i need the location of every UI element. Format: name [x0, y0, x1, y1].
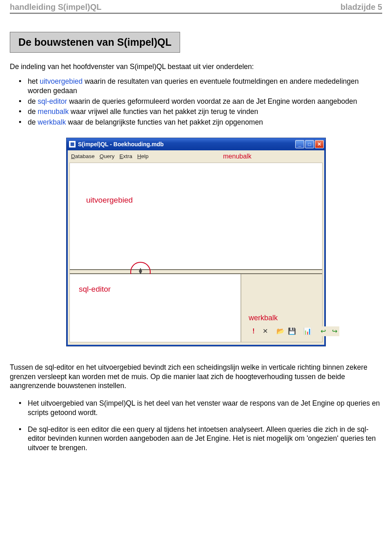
paragraph-splitter: Tussen de sql-editor en het uitvoergebie…	[10, 363, 382, 391]
menu-database[interactable]: Database	[71, 153, 95, 159]
header-rule	[10, 13, 382, 14]
section-title: De bouwstenen van S(impel)QL	[18, 36, 172, 48]
clear-button[interactable]: ✕	[260, 326, 270, 336]
bullet-sql-editor: de sql-editor waarin de queries geformul…	[28, 97, 382, 106]
app-icon: ▦	[69, 141, 76, 147]
menu-help[interactable]: Help	[137, 153, 149, 159]
intro-paragraph: De indeling van het hoofdvenster van S(i…	[10, 63, 382, 71]
bullet-menubalk: de menubalk waar vrijwel alle functies v…	[28, 107, 382, 116]
top-bullets: het uitvoergebied waarin de resultaten v…	[10, 77, 382, 127]
app-window: ▦ S(impel)QL - Boekhouding.mdb _ □ ✕ Dat…	[66, 138, 326, 346]
bullet-uitvoergebied: het uitvoergebied waarin de resultaten v…	[28, 77, 382, 96]
bottom-bullet-sql-editor: De sql-editor is een editor die een quer…	[28, 425, 382, 453]
output-panel[interactable]: uitvoergebied	[70, 163, 322, 269]
header-left: handleiding S(impel)QL	[10, 2, 101, 12]
maximize-button[interactable]: □	[305, 140, 314, 148]
undo-icon[interactable]: ↩	[318, 326, 328, 336]
titlebar[interactable]: ▦ S(impel)QL - Boekhouding.mdb _ □ ✕	[67, 138, 325, 150]
chart-icon[interactable]: 📊	[303, 326, 312, 336]
run-button[interactable]: !	[249, 326, 258, 336]
header-right: bladzijde 5	[341, 2, 382, 12]
toolbar: ! ✕ 📂 💾 📊 ↩ ↪	[249, 326, 339, 336]
menubar: Database Query Extra Help menubalk	[69, 151, 323, 163]
bottom-bullets: Het uitvoergebied van S(impel)QL is het …	[10, 399, 382, 453]
link-werkbalk[interactable]: werkbalk	[38, 118, 66, 126]
label-menubalk: menubalk	[154, 153, 321, 160]
label-werkbalk: werkbalk	[249, 314, 278, 322]
link-sql-editor[interactable]: sql-editor	[38, 97, 67, 105]
redo-icon[interactable]: ↪	[330, 326, 339, 336]
link-uitvoergebied[interactable]: uitvoergebied	[40, 77, 82, 85]
splitter-grip-icon: ▴▾	[137, 268, 144, 274]
save-icon[interactable]: 💾	[287, 326, 297, 336]
bullet-werkbalk: de werkbalk waar de belangrijkste functi…	[28, 118, 382, 127]
section-title-box: De bouwstenen van S(impel)QL	[10, 32, 180, 53]
sql-editor-panel[interactable]: sql-editor	[70, 274, 241, 342]
window-title: S(impel)QL - Boekhouding.mdb	[78, 141, 164, 147]
menu-query[interactable]: Query	[100, 153, 115, 159]
minimize-button[interactable]: _	[295, 140, 304, 148]
label-sql-editor: sql-editor	[79, 285, 111, 294]
label-uitvoergebied: uitvoergebied	[86, 196, 133, 205]
open-icon[interactable]: 📂	[276, 326, 285, 336]
splitter[interactable]: ▴▾	[70, 269, 322, 274]
link-menubalk[interactable]: menubalk	[38, 107, 69, 116]
menu-extra[interactable]: Extra	[120, 153, 133, 159]
close-button[interactable]: ✕	[315, 140, 324, 148]
bottom-bullet-uitvoergebied: Het uitvoergebied van S(impel)QL is het …	[28, 399, 382, 417]
